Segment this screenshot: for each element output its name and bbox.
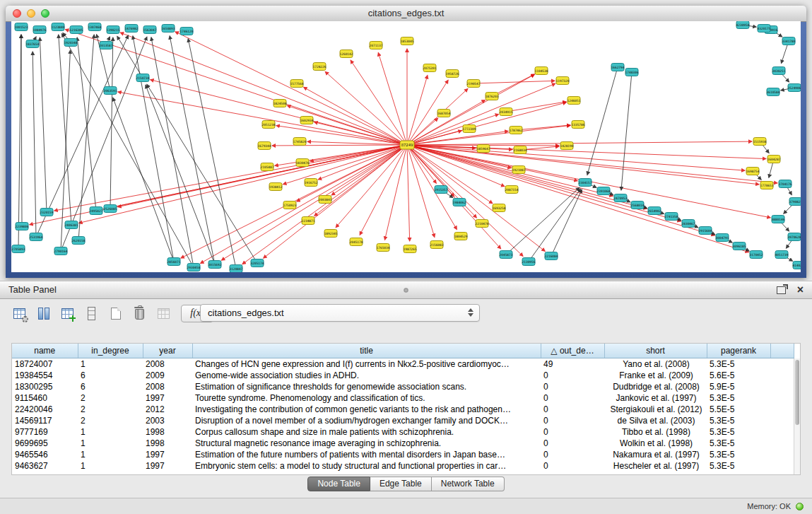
table-cell[interactable]: Structural magnetic resonance image aver… (192, 438, 541, 449)
table-cell[interactable]: 9465546 (12, 449, 78, 460)
table-row[interactable]: 1456911722003Disruption of a novel membe… (12, 415, 794, 426)
table-cell[interactable]: 9777169 (12, 426, 78, 438)
graph-edge[interactable] (407, 145, 501, 249)
graph-edge[interactable] (407, 145, 545, 251)
table-cell[interactable]: 2 (78, 404, 143, 415)
table-cell[interactable]: Jankovic et al. (1997) (604, 392, 707, 404)
graph-node[interactable]: 1765034 (377, 244, 390, 252)
graph-node[interactable]: 3704176 (779, 180, 792, 188)
graph-edge[interactable] (61, 34, 194, 267)
column-header-4[interactable]: △ out_de… (541, 344, 604, 358)
graph-node[interactable]: 2790164 (54, 247, 68, 255)
graph-edge[interactable] (473, 81, 555, 83)
graph-node[interactable]: 2930458 (187, 264, 201, 271)
graph-edge[interactable] (587, 67, 618, 175)
graph-edge[interactable] (407, 145, 647, 209)
graph-node[interactable]: 1824508 (273, 100, 287, 107)
graph-node[interactable]: 1307468 (88, 23, 102, 31)
graph-node[interactable]: 2105487 (261, 163, 274, 171)
table-row[interactable]: 911546021997Tourette syndrome. Phenomeno… (12, 392, 794, 404)
graph-node[interactable]: 2531964 (30, 233, 43, 241)
table-cell[interactable]: Yano et al. (2008) (604, 358, 707, 370)
table-cell[interactable]: 6 (78, 381, 143, 392)
table-cell[interactable]: 9115460 (12, 392, 78, 404)
table-row[interactable]: 1938455462009Genome-wide association stu… (12, 370, 794, 381)
graph-edge[interactable] (407, 145, 681, 221)
graph-node[interactable]: 2915604 (699, 227, 712, 235)
table-cell[interactable]: Nakamura et al. (1997) (604, 449, 707, 460)
graph-node[interactable]: 3524906 (788, 84, 801, 92)
table-cell[interactable]: 18724007 (12, 358, 78, 370)
graph-edge[interactable] (133, 36, 174, 262)
graph-node[interactable]: 87249 (400, 141, 414, 149)
table-cell[interactable]: 1 (78, 460, 143, 472)
table-scrollbar[interactable] (794, 358, 800, 474)
table-cell[interactable]: 5.3E-5 (707, 460, 770, 472)
table-cell[interactable]: 0 (541, 392, 604, 404)
graph-node[interactable]: 1260142 (340, 50, 353, 58)
graph-node[interactable]: 3015692 (208, 261, 222, 269)
graph-node[interactable]: 2156083 (430, 241, 444, 249)
graph-node[interactable]: 2741358 (665, 213, 678, 221)
table-cell[interactable]: 0 (541, 404, 604, 415)
column-header-6[interactable]: pagerank (707, 344, 770, 358)
column-header-5[interactable]: short (604, 344, 707, 358)
graph-node[interactable]: 1915357 (435, 186, 448, 194)
table-cell[interactable]: 0 (541, 449, 604, 460)
graph-node[interactable]: 2216084 (545, 252, 558, 260)
graph-node[interactable]: 1084976 (33, 26, 47, 34)
graph-node[interactable]: 2654902 (648, 207, 661, 215)
graph-node[interactable]: 1920348 (64, 39, 78, 47)
graph-node[interactable]: 1892345 (324, 230, 338, 238)
table-cell[interactable]: Hescheler et al. (1997) (604, 460, 707, 472)
table-cell[interactable]: Tibbo et al. (1998) (604, 426, 707, 438)
graph-node[interactable]: 2830467 (682, 220, 695, 228)
graph-edge[interactable] (151, 80, 407, 145)
graph-node[interactable]: 1679344 (258, 142, 271, 150)
table-cell[interactable]: Estimation of the future numbers of pati… (192, 449, 541, 460)
graph-node[interactable]: 1650893 (162, 25, 175, 33)
table-cell[interactable]: 2012 (143, 404, 192, 415)
graph-node[interactable]: 1698754 (746, 168, 760, 175)
table-row[interactable]: 2242004622012Investigating the contribut… (12, 404, 794, 415)
table-cell[interactable]: 1 (78, 426, 143, 438)
graph-edge[interactable] (407, 76, 428, 145)
graph-node[interactable]: 3096185 (733, 243, 746, 250)
graph-node[interactable]: 3341780 (782, 37, 796, 45)
window-titlebar[interactable]: citations_edges.txt (6, 6, 806, 22)
graph-node[interactable]: 2168034 (514, 146, 527, 154)
graph-node[interactable]: 1772309 (463, 125, 476, 133)
graph-edge[interactable] (188, 39, 236, 269)
graph-edge[interactable] (621, 72, 632, 190)
table-mode-button[interactable] (10, 304, 29, 323)
graph-node[interactable]: 1916752 (305, 179, 318, 187)
table-cell[interactable]: 2 (78, 392, 143, 404)
table-cell[interactable]: 9463627 (12, 460, 78, 472)
table-cell[interactable]: 6 (78, 370, 143, 381)
graph-node[interactable]: 1853045 (401, 37, 414, 45)
table-cell[interactable]: 14569117 (12, 415, 78, 426)
graph-node[interactable]: 1787462 (510, 127, 523, 134)
table-row[interactable]: 946362711997Embryonic stem cells: a mode… (12, 460, 794, 472)
graph-node[interactable]: 1830476 (296, 159, 310, 167)
graph-edge[interactable] (40, 37, 47, 212)
graph-edge[interactable] (351, 60, 407, 145)
graph-edge[interactable] (529, 189, 581, 262)
graph-node[interactable]: 2856071 (167, 258, 181, 266)
graph-node[interactable]: 3790825 (789, 198, 801, 206)
graph-node[interactable]: 2210476 (476, 220, 489, 228)
float-panel-button[interactable] (775, 285, 787, 295)
table-cell[interactable]: Wolkin et al. (1998) (604, 438, 707, 449)
delete-button[interactable] (130, 304, 149, 323)
table-cell[interactable]: Investigating the contribution of common… (192, 404, 541, 415)
graph-node[interactable]: 2320159 (40, 209, 54, 216)
column-header-3[interactable]: title (192, 344, 541, 358)
graph-node[interactable]: 2071137 (370, 42, 383, 49)
graph-node[interactable]: 2045873 (500, 251, 513, 259)
column-header-0[interactable]: name (12, 344, 78, 358)
graph-node[interactable]: 3880146 (772, 216, 785, 223)
table-cell[interactable]: de Silva et al. (2003) (604, 415, 707, 426)
graph-edge[interactable] (407, 145, 435, 237)
graph-node[interactable]: 2495027 (90, 207, 103, 215)
graph-node[interactable]: 1859647 (477, 145, 490, 153)
